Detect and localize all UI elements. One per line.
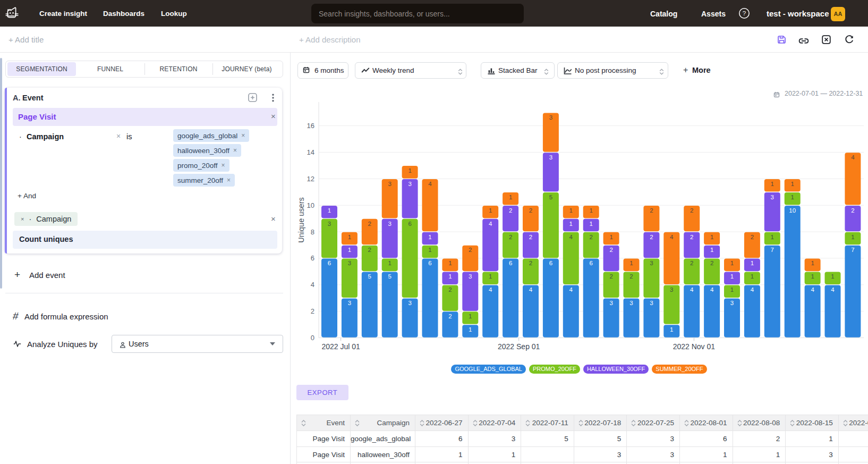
- svg-text:1: 1: [710, 247, 713, 253]
- svg-text:2: 2: [609, 273, 612, 280]
- svg-text:8: 8: [311, 228, 314, 236]
- svg-text:2: 2: [311, 307, 314, 315]
- svg-text:3: 3: [629, 300, 633, 306]
- svg-text:1: 1: [388, 260, 391, 266]
- svg-text:3: 3: [650, 300, 653, 306]
- svg-text:1: 1: [831, 273, 834, 280]
- svg-text:2: 2: [609, 247, 612, 253]
- svg-text:1: 1: [489, 273, 492, 280]
- svg-text:10: 10: [307, 201, 314, 209]
- svg-text:1: 1: [408, 167, 411, 174]
- svg-text:1: 1: [851, 234, 854, 240]
- svg-text:1: 1: [589, 207, 592, 214]
- svg-text:1: 1: [448, 260, 452, 266]
- svg-text:2: 2: [751, 234, 754, 240]
- svg-text:2: 2: [650, 207, 653, 214]
- svg-text:6: 6: [589, 260, 592, 266]
- svg-text:1: 1: [328, 207, 331, 214]
- svg-text:5: 5: [549, 194, 552, 200]
- svg-text:1: 1: [428, 247, 431, 253]
- svg-text:3: 3: [549, 114, 552, 121]
- svg-text:2: 2: [448, 286, 452, 293]
- svg-text:3: 3: [650, 260, 653, 266]
- svg-text:6: 6: [408, 221, 411, 227]
- svg-text:7: 7: [851, 247, 854, 253]
- svg-text:3: 3: [771, 194, 774, 200]
- svg-text:0: 0: [311, 334, 314, 342]
- svg-text:1: 1: [730, 286, 734, 293]
- svg-text:3: 3: [670, 286, 673, 293]
- svg-text:1: 1: [469, 313, 472, 319]
- svg-text:1: 1: [609, 234, 612, 240]
- svg-text:6: 6: [428, 260, 431, 266]
- svg-text:2: 2: [529, 207, 532, 214]
- svg-text:3: 3: [730, 300, 734, 306]
- svg-text:2022 Sep 01: 2022 Sep 01: [498, 342, 540, 351]
- svg-text:1: 1: [730, 260, 734, 266]
- svg-text:2: 2: [690, 207, 693, 214]
- svg-text:4: 4: [428, 181, 432, 187]
- svg-text:1: 1: [751, 260, 754, 266]
- svg-text:4: 4: [710, 286, 714, 293]
- svg-text:16: 16: [307, 122, 314, 130]
- svg-text:2: 2: [368, 247, 371, 253]
- svg-text:3: 3: [609, 300, 612, 306]
- svg-text:1: 1: [448, 273, 452, 280]
- svg-text:5: 5: [388, 273, 391, 280]
- svg-text:7: 7: [771, 247, 774, 253]
- svg-text:1: 1: [489, 207, 492, 214]
- svg-text:4: 4: [489, 221, 492, 227]
- svg-text:4: 4: [751, 286, 754, 293]
- svg-text:6: 6: [328, 260, 331, 266]
- svg-text:1: 1: [790, 181, 794, 187]
- svg-text:4: 4: [489, 286, 492, 293]
- svg-text:4: 4: [569, 234, 573, 240]
- svg-text:3: 3: [348, 300, 351, 306]
- svg-text:3: 3: [469, 273, 472, 280]
- svg-text:1: 1: [811, 273, 814, 280]
- svg-text:1: 1: [348, 247, 351, 253]
- svg-text:3: 3: [348, 260, 351, 266]
- svg-text:6: 6: [311, 254, 314, 262]
- svg-text:1: 1: [771, 181, 774, 187]
- svg-text:1: 1: [469, 326, 472, 333]
- svg-text:14: 14: [307, 148, 314, 156]
- svg-text:2: 2: [448, 313, 452, 319]
- svg-text:3: 3: [408, 181, 411, 187]
- svg-text:6: 6: [549, 260, 552, 266]
- svg-text:1: 1: [569, 221, 573, 227]
- svg-text:4: 4: [529, 286, 533, 293]
- svg-text:4: 4: [569, 286, 573, 293]
- svg-text:3: 3: [549, 154, 552, 161]
- svg-text:3: 3: [328, 221, 331, 227]
- svg-text:4: 4: [670, 234, 674, 240]
- svg-text:4: 4: [831, 286, 835, 293]
- svg-text:2: 2: [368, 221, 371, 227]
- svg-text:2: 2: [529, 260, 532, 266]
- svg-text:2: 2: [650, 234, 653, 240]
- svg-text:1: 1: [589, 221, 592, 227]
- svg-text:3: 3: [408, 300, 411, 306]
- svg-text:4: 4: [811, 286, 814, 293]
- svg-text:Unique users: Unique users: [297, 197, 305, 242]
- svg-text:2: 2: [529, 234, 532, 240]
- svg-text:1: 1: [509, 194, 512, 200]
- svg-text:2: 2: [589, 234, 592, 240]
- svg-text:2: 2: [469, 247, 472, 253]
- svg-text:1: 1: [771, 234, 774, 240]
- svg-text:10: 10: [789, 207, 796, 214]
- svg-text:4: 4: [851, 154, 855, 161]
- svg-text:2: 2: [509, 207, 512, 214]
- svg-text:2: 2: [690, 234, 693, 240]
- svg-text:1: 1: [730, 273, 734, 280]
- svg-text:3: 3: [388, 181, 391, 187]
- svg-text:1: 1: [790, 194, 794, 200]
- svg-text:3: 3: [388, 221, 391, 227]
- svg-text:2022 Nov 01: 2022 Nov 01: [673, 342, 716, 351]
- svg-text:1: 1: [751, 273, 754, 280]
- svg-text:2: 2: [690, 260, 693, 266]
- svg-text:1: 1: [811, 260, 814, 266]
- svg-text:1: 1: [569, 207, 573, 214]
- svg-text:2022 Jul 01: 2022 Jul 01: [321, 342, 360, 351]
- svg-text:1: 1: [348, 234, 351, 240]
